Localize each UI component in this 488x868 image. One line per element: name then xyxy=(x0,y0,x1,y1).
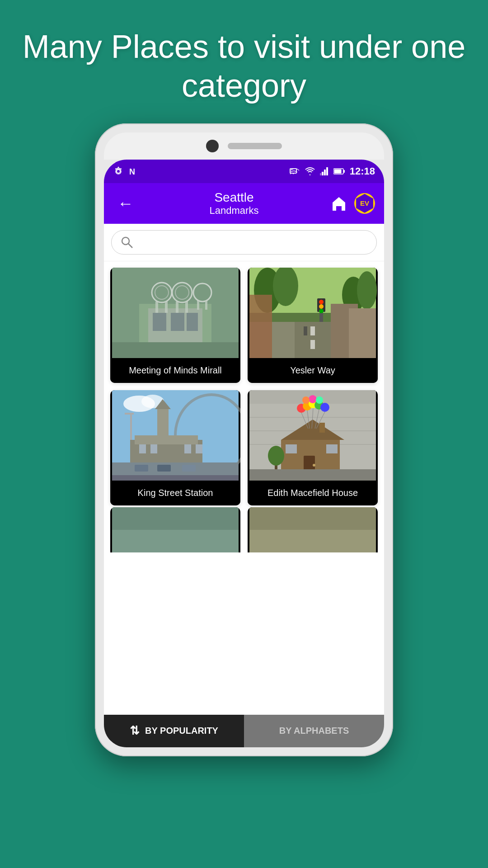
category-name: Landmarks xyxy=(210,205,259,217)
sort-icon: ⇅ xyxy=(130,724,140,738)
status-time: 12:18 xyxy=(350,165,375,177)
svg-point-97 xyxy=(268,446,284,466)
status-right-icons: 12:18 xyxy=(289,165,375,177)
alphabets-label: BY ALPHABETS xyxy=(279,726,349,736)
svg-rect-41 xyxy=(310,340,315,349)
sort-by-popularity-button[interactable]: ⇅ BY POPULARITY xyxy=(104,715,244,747)
svg-rect-66 xyxy=(112,475,239,481)
svg-rect-49 xyxy=(349,308,376,358)
svg-rect-82 xyxy=(326,444,338,453)
card-yesler-way[interactable]: Yesler Way xyxy=(248,268,378,383)
svg-rect-6 xyxy=(322,172,324,175)
svg-rect-18 xyxy=(171,313,184,331)
svg-rect-17 xyxy=(153,313,166,331)
svg-rect-7 xyxy=(320,173,321,175)
card-label-edith-macefield: Edith Macefield House xyxy=(248,481,378,505)
svg-rect-29 xyxy=(197,301,199,310)
svg-point-45 xyxy=(319,304,324,309)
home-button[interactable] xyxy=(330,194,348,212)
svg-rect-23 xyxy=(165,302,168,313)
svg-point-37 xyxy=(357,271,377,309)
search-input[interactable] xyxy=(140,236,367,249)
svg-point-12 xyxy=(122,237,129,245)
cast-icon xyxy=(289,166,300,177)
popularity-label: BY POPULARITY xyxy=(145,726,218,736)
card-image-yesler-way xyxy=(248,268,378,358)
card-image-meeting-minds xyxy=(110,268,240,358)
svg-point-44 xyxy=(319,300,324,304)
content-area: Meeting of Minds Mirall xyxy=(104,261,384,715)
svg-rect-10 xyxy=(334,169,341,173)
svg-rect-81 xyxy=(286,444,297,453)
n-icon: N xyxy=(128,166,138,176)
app-bar-title: Seattle Landmarks xyxy=(210,190,259,217)
svg-rect-69 xyxy=(182,465,196,472)
phone-container: N xyxy=(95,123,393,756)
svg-rect-4 xyxy=(326,167,328,175)
svg-point-88 xyxy=(309,395,317,403)
svg-point-80 xyxy=(313,464,315,467)
partial-row xyxy=(110,507,378,552)
card-label-meeting-minds: Meeting of Minds Mirall xyxy=(110,358,240,383)
status-left-icons: N xyxy=(113,166,138,177)
svg-rect-47 xyxy=(249,295,272,358)
bottom-bar: ⇅ BY POPULARITY BY ALPHABETS xyxy=(104,715,384,747)
svg-rect-68 xyxy=(157,465,171,472)
svg-rect-27 xyxy=(185,302,188,313)
landmark-grid: Meeting of Minds Mirall xyxy=(110,268,378,505)
partial-card-right xyxy=(248,507,378,552)
svg-rect-102 xyxy=(249,530,376,552)
wifi-icon xyxy=(305,166,315,177)
svg-rect-63 xyxy=(184,444,191,453)
signal-icon xyxy=(320,166,329,176)
svg-point-46 xyxy=(319,309,324,313)
battery-icon xyxy=(333,168,345,175)
card-label-yesler-way: Yesler Way xyxy=(248,358,378,383)
search-icon xyxy=(121,236,133,249)
svg-rect-19 xyxy=(187,313,198,331)
svg-point-0 xyxy=(117,170,120,173)
svg-rect-59 xyxy=(157,408,169,444)
card-label-king-street: King Street Station xyxy=(110,481,240,505)
app-bar-icons: EV xyxy=(330,193,375,214)
app-bar: ← Seattle Landmarks EV xyxy=(104,183,384,224)
svg-rect-64 xyxy=(196,444,202,453)
ev-badge[interactable]: EV xyxy=(354,193,375,214)
svg-rect-40 xyxy=(310,326,315,335)
svg-rect-56 xyxy=(125,413,134,415)
search-box xyxy=(111,230,377,255)
page-title-area: Many Places to visit under one category xyxy=(0,0,488,123)
camera-icon xyxy=(113,166,124,177)
svg-text:N: N xyxy=(129,167,135,176)
card-edith-macefield[interactable]: Edith Macefield House xyxy=(248,390,378,505)
svg-point-87 xyxy=(320,403,329,412)
svg-rect-9 xyxy=(343,170,345,173)
svg-rect-67 xyxy=(135,465,148,472)
svg-point-90 xyxy=(316,396,323,404)
camera xyxy=(206,140,219,152)
card-image-edith-macefield xyxy=(248,390,378,481)
back-button[interactable]: ← xyxy=(113,189,138,217)
search-container xyxy=(104,224,384,261)
svg-rect-11 xyxy=(337,206,341,211)
svg-rect-78 xyxy=(319,423,325,433)
status-bar: N xyxy=(104,160,384,183)
page-title: Many Places to visit under one category xyxy=(18,27,470,105)
speaker xyxy=(228,143,282,149)
phone-inner: N xyxy=(104,160,384,747)
card-king-street[interactable]: King Street Station xyxy=(110,390,240,505)
card-meeting-minds[interactable]: Meeting of Minds Mirall xyxy=(110,268,240,383)
svg-rect-100 xyxy=(112,530,239,552)
svg-rect-26 xyxy=(176,302,178,313)
svg-rect-61 xyxy=(139,444,146,453)
svg-rect-30 xyxy=(205,301,207,310)
partial-card-left xyxy=(110,507,240,552)
city-name: Seattle xyxy=(210,190,259,205)
svg-rect-62 xyxy=(150,444,157,453)
svg-rect-98 xyxy=(249,469,376,481)
svg-rect-31 xyxy=(112,342,239,358)
svg-point-89 xyxy=(302,396,310,404)
phone-bezel xyxy=(104,132,384,160)
sort-by-alphabets-button[interactable]: BY ALPHABETS xyxy=(244,715,384,747)
svg-rect-50 xyxy=(304,326,307,335)
